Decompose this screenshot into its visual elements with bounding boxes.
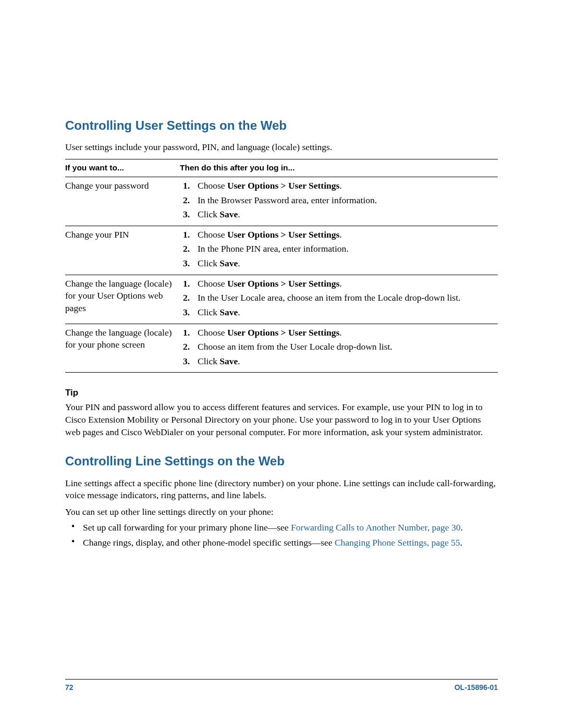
section1-intro: User settings include your password, PIN… — [65, 141, 498, 154]
step: Click Save. — [193, 306, 494, 321]
table-row: Change the language (locale) for your ph… — [65, 324, 498, 373]
cell-task: Change your password — [65, 177, 180, 226]
step: Choose User Options > User Settings. — [193, 327, 494, 341]
step: Click Save. — [193, 257, 494, 272]
step: Click Save. — [193, 355, 494, 370]
procedures-table: If you want to... Then do this after you… — [65, 159, 498, 373]
bullet-list: Set up call forwarding for your primary … — [65, 522, 498, 552]
list-item: Change rings, display, and other phone-m… — [79, 537, 498, 552]
tip-body: Your PIN and password allow you to acces… — [65, 401, 498, 438]
list-item: Set up call forwarding for your primary … — [79, 522, 498, 537]
cell-steps: Choose User Options > User Settings. Cho… — [180, 324, 498, 373]
section2-lead: You can set up other line settings direc… — [65, 506, 498, 519]
th-thendo: Then do this after you log in... — [180, 159, 498, 177]
step: In the User Locale area, choose an item … — [193, 292, 494, 306]
step: In the Phone PIN area, enter information… — [193, 243, 494, 257]
step: In the Browser Password area, enter info… — [193, 194, 494, 209]
step: Choose User Options > User Settings. — [193, 229, 494, 243]
section2-heading: Controlling Line Settings on the Web — [65, 453, 498, 470]
xref-link[interactable]: Forwarding Calls to Another Number, page… — [291, 522, 460, 533]
cell-task: Change your PIN — [65, 226, 180, 275]
table-row: Change your password Choose User Options… — [65, 177, 498, 226]
th-ifyouwant: If you want to... — [65, 159, 180, 177]
section2-intro: Line settings affect a specific phone li… — [65, 477, 498, 502]
step: Click Save. — [193, 208, 494, 223]
step: Choose User Options > User Settings. — [193, 278, 494, 292]
page-number: 72 — [65, 683, 74, 693]
tip-heading: Tip — [65, 387, 498, 399]
step: Choose an item from the User Locale drop… — [193, 341, 494, 355]
step: Choose User Options > User Settings. — [193, 180, 494, 194]
cell-steps: Choose User Options > User Settings. In … — [180, 226, 498, 275]
table-row: Change your PIN Choose User Options > Us… — [65, 226, 498, 275]
cell-steps: Choose User Options > User Settings. In … — [180, 177, 498, 226]
cell-steps: Choose User Options > User Settings. In … — [180, 275, 498, 324]
table-row: Change the language (locale) for your Us… — [65, 275, 498, 324]
cell-task: Change the language (locale) for your Us… — [65, 275, 180, 324]
page-footer: 72 OL-15896-01 — [65, 679, 498, 693]
xref-link[interactable]: Changing Phone Settings, page 55 — [335, 537, 460, 548]
document-id: OL-15896-01 — [455, 683, 498, 693]
cell-task: Change the language (locale) for your ph… — [65, 324, 180, 373]
section1-heading: Controlling User Settings on the Web — [65, 117, 498, 134]
